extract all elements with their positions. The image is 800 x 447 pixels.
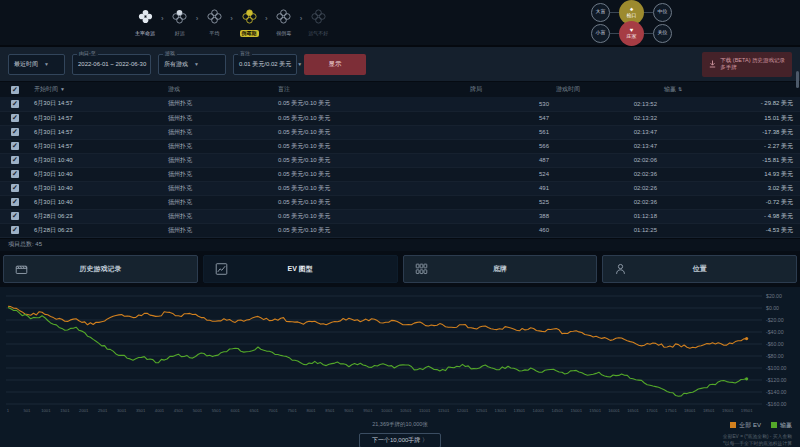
x-axis-tick: 15501 (589, 408, 601, 413)
column-header-5[interactable]: 游戏时间 (554, 82, 662, 97)
column-header-3[interactable]: 盲注 (276, 82, 468, 97)
seat-小盲[interactable]: 小盲 (591, 24, 610, 43)
x-axis-tick: 4001 (155, 408, 165, 413)
x-axis-tick: 8501 (325, 408, 335, 413)
column-header-6[interactable]: 输赢⇅ (662, 82, 800, 97)
seat-庄家[interactable]: ♥庄家 (619, 21, 644, 46)
chart-icon (215, 262, 228, 275)
table-row[interactable]: ✓6月30日 10:40德州扑克0.05 美元/0.10 美元52402:02:… (0, 167, 800, 181)
table-row[interactable]: ✓6月30日 14:57德州扑克0.05 美元/0.10 美元56102:13:… (0, 125, 800, 139)
sort-icon: ▼ (60, 86, 65, 92)
date-range-field[interactable]: 由日-至 2022-06-01 ~ 2022-06-30 (72, 54, 151, 75)
duration-cell: 02:13:32 (554, 111, 662, 125)
tab-历史游戏记录[interactable]: 历史游戏记录 (3, 255, 198, 283)
x-axis-tick: 2001 (79, 408, 89, 413)
x-axis-tick: 17001 (646, 408, 658, 413)
ev-formula-note: 全部EV = (*底池全额) - 买入金额*以每一手全下时的底池权益计算 (723, 433, 792, 447)
seat-中位[interactable]: 中位 (653, 3, 672, 22)
row-checkbox[interactable]: ✓ (11, 198, 19, 206)
clover-icon (172, 9, 187, 28)
luck-meter-flow: 主宰命运›好运›平均›倒霉期›很倒霉›运气不好 (130, 9, 333, 37)
scrollbar-thumb[interactable] (796, 71, 799, 88)
grid-icon (415, 262, 428, 275)
column-header-label: 游戏 (168, 86, 180, 92)
row-checkbox[interactable]: ✓ (11, 100, 19, 108)
row-checkbox[interactable]: ✓ (11, 142, 19, 150)
stakes-cell: 0.05 美元/0.10 美元 (276, 209, 468, 223)
tab-底牌[interactable]: 底牌 (403, 255, 598, 283)
row-checkbox[interactable]: ✓ (11, 184, 19, 192)
luck-step-2[interactable]: 好运 (165, 9, 195, 37)
winnings-cell: 3.02 美元 (662, 181, 800, 195)
row-checkbox[interactable]: ✓ (11, 226, 19, 234)
x-axis-tick: 8001 (306, 408, 316, 413)
column-header-label: 输赢 (664, 86, 676, 92)
table-row[interactable]: ✓6月30日 10:40德州扑克0.05 美元/0.10 美元48702:02:… (0, 153, 800, 167)
luck-step-3[interactable]: 平均 (199, 9, 229, 37)
tab-ev-图型[interactable]: EV 图型 (203, 255, 398, 283)
x-axis-tick: 14001 (533, 408, 545, 413)
time-range-select[interactable]: 最近时间 ▼ (8, 54, 65, 75)
stakes-select[interactable]: 盲注 0.01 美元/0.02 美元 ▼ (233, 54, 297, 75)
luck-step-label: 运气不好 (308, 30, 328, 37)
series-endpoint (745, 337, 748, 340)
row-checkbox[interactable]: ✓ (11, 212, 19, 220)
x-axis-tick: 13001 (495, 408, 507, 413)
show-button[interactable]: 显示 (304, 54, 366, 75)
download-button[interactable]: 下载 (BETA) 历史游戏记录多手牌 (702, 52, 792, 77)
select-all-checkbox[interactable]: ✓ (11, 86, 19, 94)
seat-关位[interactable]: 关位 (653, 24, 672, 43)
row-checkbox[interactable]: ✓ (11, 170, 19, 178)
chart-footer: 21,369手牌的10,000张 下一个10,000手牌 〉 全部 EV输赢 全… (0, 420, 800, 447)
next-hands-button[interactable]: 下一个10,000手牌 〉 (359, 433, 441, 447)
legend-swatch (730, 422, 736, 428)
flow-arrow-icon: › (196, 14, 199, 23)
row-checkbox[interactable]: ✓ (11, 128, 19, 136)
column-header-2[interactable]: 游戏 (166, 82, 276, 97)
table-row[interactable]: ✓6月30日 14:57德州扑克0.05 美元/0.10 美元53002:13:… (0, 97, 800, 111)
table-row[interactable]: ✓6月28日 06:23德州扑克0.05 美元/0.10 美元38801:12:… (0, 209, 800, 223)
start-time-cell: 6月30日 14:57 (26, 125, 166, 139)
person-icon (614, 262, 627, 275)
x-axis-tick: 501 (23, 408, 31, 413)
y-axis-tick: -$60.00 (766, 340, 784, 346)
luck-step-1[interactable]: 主宰命运 (130, 9, 160, 37)
column-header-1[interactable]: 开始时间▼ (26, 82, 166, 97)
game-cell: 德州扑克 (166, 139, 276, 153)
row-checkbox[interactable]: ✓ (11, 156, 19, 164)
x-axis-tick: 19501 (741, 408, 753, 413)
duration-cell: 02:02:26 (554, 181, 662, 195)
x-axis-tick: 1 (7, 408, 10, 413)
y-axis-tick: -$40.00 (766, 328, 784, 334)
x-axis-tick: 18001 (684, 408, 696, 413)
y-axis-tick: -$160.00 (766, 400, 787, 406)
start-time-cell: 6月30日 14:57 (26, 97, 166, 111)
table-row[interactable]: ✓6月30日 14:57德州扑克0.05 美元/0.10 美元54702:13:… (0, 111, 800, 125)
seat-大盲[interactable]: 大盲 (591, 3, 610, 22)
luck-step-label: 主宰命运 (135, 30, 155, 37)
column-header-4[interactable]: 牌局 (468, 82, 554, 97)
hands-cell: 460 (468, 223, 554, 237)
series-endpoint (745, 377, 748, 380)
table-row[interactable]: ✓6月30日 10:40德州扑克0.05 美元/0.10 美元49102:02:… (0, 181, 800, 195)
x-axis-tick: 10001 (381, 408, 393, 413)
x-axis-tick: 2501 (98, 408, 108, 413)
luck-step-4[interactable]: 倒霉期 (234, 9, 264, 37)
table-row[interactable]: ✓6月30日 14:57德州扑克0.05 美元/0.10 美元56602:13:… (0, 139, 800, 153)
luck-step-5[interactable]: 很倒霉 (269, 9, 299, 37)
game-select[interactable]: 游戏 所有游戏 ▼ (158, 54, 226, 75)
stakes-cell: 0.05 美元/0.10 美元 (276, 223, 468, 237)
chevron-down-icon: ▼ (297, 61, 302, 67)
table-row[interactable]: ✓6月30日 10:40德州扑克0.05 美元/0.10 美元52502:02:… (0, 195, 800, 209)
table-body: ✓6月30日 14:57德州扑克0.05 美元/0.10 美元53002:13:… (0, 97, 800, 237)
x-axis-tick: 9001 (344, 408, 354, 413)
x-axis-tick: 1001 (41, 408, 51, 413)
tabs-bar: 历史游戏记录EV 图型底牌位置 (0, 251, 800, 287)
tab-位置[interactable]: 位置 (602, 255, 797, 283)
row-checkbox[interactable]: ✓ (11, 114, 19, 122)
sessions-table: ✓开始时间▼游戏盲注牌局游戏时间输赢⇅ ✓6月30日 14:57德州扑克0.05… (0, 82, 800, 238)
luck-step-6[interactable]: 运气不好 (303, 9, 333, 37)
x-axis-tick: 6501 (250, 408, 260, 413)
table-row[interactable]: ✓6月28日 06:23德州扑克0.05 美元/0.10 美元46001:12:… (0, 223, 800, 237)
x-axis-tick: 16001 (608, 408, 620, 413)
